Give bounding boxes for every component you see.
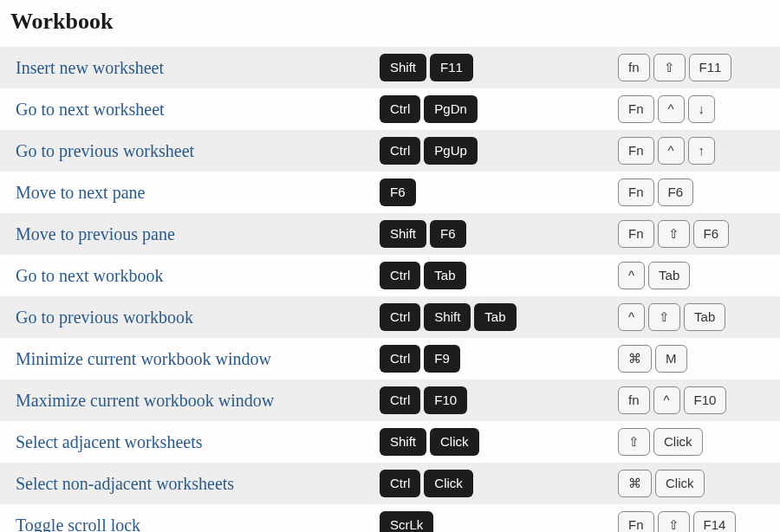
key-mac: fn: [618, 54, 650, 81]
shortcut-row: Maximize current workbook windowCtrlF10f…: [0, 380, 780, 421]
key-mac: M: [655, 345, 687, 373]
key-mac: Fn: [618, 511, 654, 532]
key-mac: Fn: [618, 137, 654, 165]
key-win: Click: [430, 428, 479, 456]
key-mac: F10: [684, 386, 727, 414]
key-mac: Fn: [618, 95, 654, 123]
keys-mac: Fn^↑: [618, 137, 771, 165]
key-win: Shift: [380, 428, 426, 456]
shortcut-label[interactable]: Insert new worksheet: [16, 58, 380, 78]
shortcut-row: Go to next workbookCtrlTab^Tab: [0, 255, 780, 296]
keys-mac: Fn⇧F14: [618, 511, 771, 532]
key-win: Shift: [380, 220, 426, 248]
keys-windows: ShiftF11: [380, 54, 618, 81]
key-mac: Click: [653, 428, 703, 456]
key-mac: ^: [618, 303, 645, 331]
keys-windows: CtrlPgUp: [380, 137, 618, 165]
keys-mac: fn⇧F11: [618, 54, 771, 81]
key-win: Ctrl: [380, 303, 420, 331]
shortcut-label[interactable]: Minimize current workbook window: [16, 349, 380, 369]
key-mac: ⇧: [658, 511, 690, 532]
key-mac: ^: [658, 137, 685, 165]
keys-mac: ^Tab: [618, 262, 771, 289]
keys-mac: fn^F10: [618, 386, 771, 414]
shortcut-table: Insert new worksheetShiftF11fn⇧F11Go to …: [0, 47, 780, 532]
shortcut-label[interactable]: Select adjacent worksheets: [16, 432, 380, 452]
key-win: F6: [430, 220, 466, 248]
key-win: Shift: [424, 303, 471, 331]
key-mac: Fn: [618, 220, 654, 248]
key-win: Ctrl: [380, 137, 420, 165]
key-mac: ^: [618, 262, 645, 289]
shortcut-row: Go to next worksheetCtrlPgDnFn^↓: [0, 88, 780, 130]
shortcut-label[interactable]: Go to previous worksheet: [16, 141, 380, 161]
key-mac: ⌘: [618, 470, 652, 497]
key-mac: ⇧: [653, 54, 686, 81]
key-mac: Click: [655, 470, 705, 497]
key-mac: ⇧: [658, 220, 690, 248]
shortcut-row: Go to previous worksheetCtrlPgUpFn^↑: [0, 130, 780, 172]
key-mac: fn: [618, 386, 650, 414]
key-win: Tab: [474, 303, 516, 331]
keys-windows: CtrlClick: [380, 470, 618, 497]
key-mac: ⇧: [648, 303, 680, 331]
key-mac: F6: [693, 220, 730, 248]
shortcut-row: Select non-adjacent worksheetsCtrlClick⌘…: [0, 463, 780, 504]
shortcut-row: Minimize current workbook windowCtrlF9⌘M: [0, 338, 780, 380]
keys-windows: F6: [380, 178, 618, 206]
shortcut-label[interactable]: Go to previous workbook: [16, 308, 380, 328]
key-win: F11: [430, 54, 473, 81]
shortcut-label[interactable]: Go to next worksheet: [16, 100, 380, 120]
shortcut-row: Toggle scroll lockScrLkFn⇧F14: [0, 504, 780, 532]
keys-windows: CtrlF9: [380, 345, 618, 373]
key-mac: ↓: [688, 95, 716, 123]
key-win: Ctrl: [380, 262, 420, 289]
shortcut-label[interactable]: Move to next pane: [16, 183, 380, 203]
key-mac: ^: [658, 95, 685, 123]
key-mac: Tab: [648, 262, 690, 289]
shortcut-label[interactable]: Maximize current workbook window: [16, 391, 380, 411]
keys-windows: CtrlShiftTab: [380, 303, 618, 331]
key-win: F6: [380, 178, 416, 206]
keys-mac: FnF6: [618, 178, 771, 206]
key-win: Shift: [380, 54, 426, 81]
key-mac: ⇧: [618, 428, 650, 456]
key-mac: F11: [689, 54, 732, 81]
keys-mac: ⌘Click: [618, 470, 771, 497]
key-mac: Fn: [618, 178, 654, 206]
key-mac: Tab: [684, 303, 725, 331]
section-heading: Workbook: [0, 0, 780, 47]
shortcut-label[interactable]: Select non-adjacent worksheets: [16, 474, 380, 494]
shortcut-label[interactable]: Toggle scroll lock: [16, 516, 380, 533]
keys-mac: ⌘M: [618, 345, 771, 373]
keys-windows: ShiftF6: [380, 220, 618, 248]
key-win: Ctrl: [380, 386, 420, 414]
key-mac: F14: [693, 511, 737, 532]
keys-windows: ScrLk: [380, 511, 618, 532]
key-win: Click: [424, 470, 473, 497]
key-mac: ↑: [688, 137, 716, 165]
shortcut-row: Move to next paneF6FnF6: [0, 172, 780, 213]
key-mac: ^: [653, 386, 680, 414]
key-mac: F6: [658, 178, 694, 206]
keys-windows: CtrlTab: [380, 262, 618, 289]
shortcut-row: Go to previous workbookCtrlShiftTab^⇧Tab: [0, 296, 780, 338]
shortcut-row: Select adjacent worksheetsShiftClick⇧Cli…: [0, 421, 780, 463]
shortcut-label[interactable]: Go to next workbook: [16, 266, 380, 286]
key-win: Ctrl: [380, 345, 420, 373]
keys-mac: Fn⇧F6: [618, 220, 771, 248]
keys-windows: CtrlPgDn: [380, 95, 618, 123]
keys-windows: CtrlF10: [380, 386, 618, 414]
key-win: Tab: [424, 262, 465, 289]
key-win: PgUp: [424, 137, 478, 165]
key-mac: ⌘: [618, 345, 652, 373]
key-win: Ctrl: [380, 470, 420, 497]
keys-windows: ShiftClick: [380, 428, 618, 456]
keys-mac: Fn^↓: [618, 95, 771, 123]
shortcut-row: Move to previous paneShiftF6Fn⇧F6: [0, 213, 780, 255]
shortcut-label[interactable]: Move to previous pane: [16, 224, 380, 244]
keys-mac: ^⇧Tab: [618, 303, 771, 331]
key-win: Ctrl: [380, 95, 420, 123]
key-win: F10: [424, 386, 467, 414]
keys-mac: ⇧Click: [618, 428, 771, 456]
